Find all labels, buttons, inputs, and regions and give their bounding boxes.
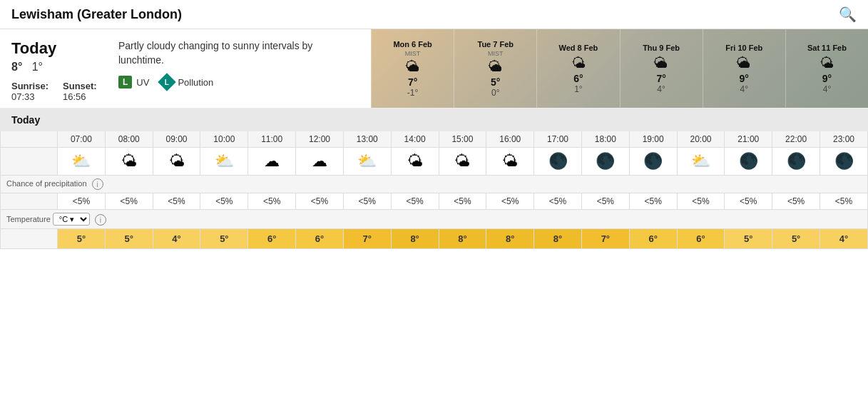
forecast-high: 9° <box>740 73 749 84</box>
today-panel: Today 8° 1° Sunrise: 07:33 Sunset: 16:56… <box>0 29 371 108</box>
pollution-value: L <box>165 79 169 86</box>
today-label: Today <box>11 39 104 58</box>
forecast-strip: Mon 6 Feb MIST 🌥 7° -1° Tue 7 Feb MIST 🌥… <box>371 29 868 108</box>
temp-value-cell: 5° <box>58 229 106 249</box>
precip-value-cell: <5% <box>343 193 391 210</box>
sunrise-time: 07:33 <box>11 91 48 102</box>
header: Lewisham (Greater London) 🔍 <box>0 0 868 29</box>
precip-value-cell: <5% <box>772 193 820 210</box>
mist-label: MIST <box>405 50 421 57</box>
pollution-label: Pollution <box>178 77 213 88</box>
sunset-group: Sunset: 16:56 <box>63 81 97 102</box>
precip-value-cell: <5% <box>391 193 439 210</box>
icon-row: ⛅🌤🌤⛅☁☁⛅🌤🌤🌤🌑🌑🌑⛅🌑🌑🌑 <box>1 148 868 176</box>
forecast-day: Sat 11 Feb 🌤 9° 4° <box>785 29 868 108</box>
precip-value-cell: <5% <box>248 193 296 210</box>
weather-icon-cell: 🌑 <box>725 148 772 176</box>
weather-icon-cell: ⛅ <box>343 148 391 176</box>
time-cell: 11:00 <box>248 131 296 148</box>
temp-value-cell: 8° <box>439 229 486 249</box>
pollution-badge: L Pollution <box>160 76 213 89</box>
precip-value-cell: <5% <box>58 193 106 210</box>
temp-value-cell: 4° <box>153 229 200 249</box>
precip-value-cell: <5% <box>153 193 200 210</box>
weather-icon-cell: ⛅ <box>677 148 725 176</box>
forecast-icon: 🌤 <box>571 55 586 71</box>
temp-value-cell: 8° <box>391 229 439 249</box>
weather-icon-cell: 🌑 <box>629 148 677 176</box>
forecast-day-name: Sat 11 Feb <box>807 44 847 52</box>
pollution-icon: L <box>158 73 176 91</box>
temp-value-cell: 8° <box>534 229 582 249</box>
precip-label: Chance of precipitation <box>6 179 87 188</box>
weather-icon-cell: 🌑 <box>534 148 582 176</box>
temp-unit-select[interactable]: °C ▾ °F ▾ <box>53 213 90 226</box>
temp-header-row: Temperature °C ▾ °F ▾ i <box>1 210 868 229</box>
forecast-icon: 🌥 <box>737 55 751 71</box>
forecast-low: -1° <box>407 88 418 98</box>
temp-value-cell: 7° <box>581 229 629 249</box>
temp-value-cell: 8° <box>486 229 534 249</box>
temp-value-cell: 6° <box>629 229 677 249</box>
page-title: Lewisham (Greater London) <box>11 7 182 22</box>
forecast-day-name: Wed 8 Feb <box>559 44 598 52</box>
temp-info-icon[interactable]: i <box>95 214 106 226</box>
search-icon[interactable]: 🔍 <box>839 6 857 23</box>
precip-value-cell: <5% <box>820 193 868 210</box>
time-cell: 17:00 <box>534 131 582 148</box>
precip-value-cell: <5% <box>296 193 344 210</box>
today-low: 1° <box>32 61 43 73</box>
time-cell: 23:00 <box>820 131 868 148</box>
precip-value-cell: <5% <box>439 193 486 210</box>
uv-badge: L UV <box>118 76 149 89</box>
forecast-low: 0° <box>491 88 499 98</box>
forecast-high: 9° <box>822 73 832 84</box>
uv-value: L <box>118 76 132 89</box>
forecast-day: Wed 8 Feb 🌤 6° 1° <box>536 29 619 108</box>
time-cell: 21:00 <box>725 131 772 148</box>
forecast-day-name: Tue 7 Feb <box>477 40 514 49</box>
sunrise-group: Sunrise: 07:33 <box>11 81 48 102</box>
forecast-low: 4° <box>657 84 665 94</box>
mist-label: MIST <box>488 50 504 57</box>
weather-icon-cell: 🌤 <box>391 148 439 176</box>
weather-icon-cell: 🌤 <box>486 148 534 176</box>
weather-icon-cell: 🌑 <box>820 148 868 176</box>
today-description: Partly cloudy changing to sunny interval… <box>118 39 359 67</box>
temp-value-cell: 5° <box>772 229 820 249</box>
time-cell: 14:00 <box>391 131 439 148</box>
forecast-day-name: Fri 10 Feb <box>725 44 762 52</box>
precip-value-cell: <5% <box>534 193 582 210</box>
weather-icon-cell: 🌑 <box>581 148 629 176</box>
forecast-icon: 🌥 <box>654 55 668 71</box>
hourly-section: Today 07:0008:0009:0010:0011:0012:0013:0… <box>0 108 868 249</box>
forecast-high: 6° <box>573 73 583 84</box>
forecast-day-name: Thu 9 Feb <box>643 44 680 52</box>
sunrise-label: Sunrise: <box>11 81 48 91</box>
temp-value-cell: 7° <box>343 229 391 249</box>
precip-value-cell: <5% <box>200 193 248 210</box>
hourly-header: Today <box>0 108 868 131</box>
time-cell: 22:00 <box>772 131 820 148</box>
forecast-high: 7° <box>656 73 665 84</box>
time-cell: 15:00 <box>439 131 486 148</box>
precip-value-cell: <5% <box>105 193 153 210</box>
icon-label-cell <box>1 148 58 176</box>
time-cell: 20:00 <box>677 131 725 148</box>
temp-value-cell: 6° <box>677 229 725 249</box>
weather-icon-cell: 🌤 <box>153 148 200 176</box>
time-cell: 18:00 <box>581 131 629 148</box>
temp-row: 5°5°4°5°6°6°7°8°8°8°8°7°6°6°5°5°4° <box>1 229 868 249</box>
temp-value-cell: 6° <box>248 229 296 249</box>
precip-row: <5%<5%<5%<5%<5%<5%<5%<5%<5%<5%<5%<5%<5%<… <box>1 193 868 210</box>
forecast-low: 1° <box>574 84 582 94</box>
forecast-day: Fri 10 Feb 🌥 9° 4° <box>703 29 785 108</box>
time-cell: 10:00 <box>200 131 248 148</box>
temp-value-cell: 6° <box>296 229 344 249</box>
temp-value-cell: 5° <box>725 229 772 249</box>
today-right: Partly cloudy changing to sunny interval… <box>118 39 359 102</box>
forecast-icon: 🌤 <box>820 55 834 71</box>
temp-value-cell: 5° <box>200 229 248 249</box>
precip-info-icon[interactable]: i <box>92 178 103 190</box>
forecast-day-name: Mon 6 Feb <box>393 40 432 49</box>
